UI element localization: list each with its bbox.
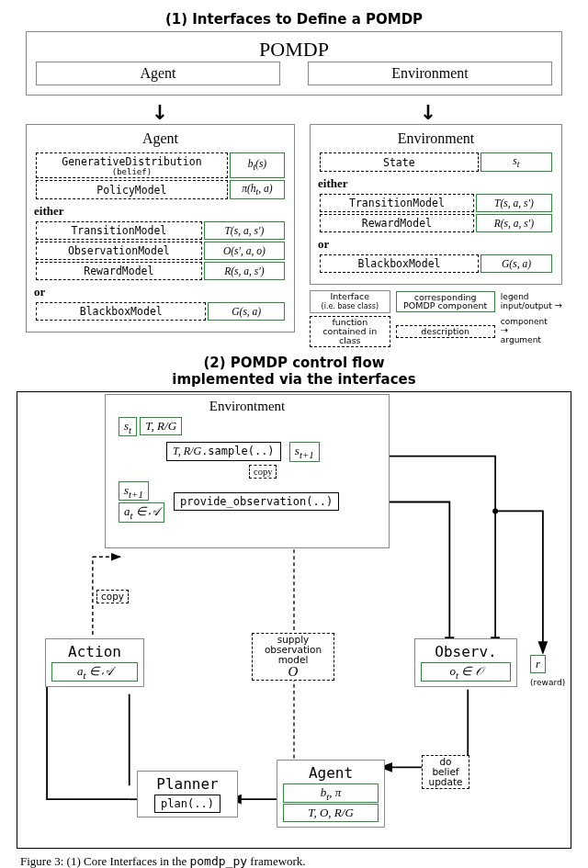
sec2-title2: implemented via the interfaces [7, 371, 581, 388]
dash-belief: do belief update [422, 755, 469, 789]
math-transition: T(s, a, s′) [204, 221, 285, 240]
flow-planner: Planner plan(..) [137, 771, 238, 817]
legend-description: description [396, 325, 495, 338]
env-ifbox: Environment [308, 62, 552, 85]
if-blackboxmodel: BlackboxModel [36, 302, 206, 321]
if-rewardmodel: RewardModel [36, 262, 202, 280]
if-observationmodel: ObservationModel [36, 242, 202, 260]
if-transitionmodel: TransitionModel [36, 221, 202, 240]
svg-point-3 [492, 508, 498, 513]
flow-observ: Observ. ot ∈ 𝒪 [414, 638, 517, 688]
arrow-down-icon [152, 101, 168, 124]
chip-stp1: st+1 [289, 442, 320, 462]
agent-panel-title: Agent [34, 130, 287, 147]
arrow-down-icon [420, 101, 436, 124]
chip-trg: T, R/G [140, 417, 182, 435]
if-rewardmodel-env: RewardModel [320, 214, 474, 232]
legend-component: corresponding POMDP component [396, 291, 495, 313]
call-provide-observation: provide_observation(..) [174, 492, 339, 511]
if-blackboxmodel-env: BlackboxModel [320, 254, 479, 273]
env-panel: Environment State st either TransitionMo… [310, 124, 562, 285]
figure-caption: Figure 3: (1) Core Interfaces in the pom… [20, 854, 568, 868]
if-policymodel: PolicyModel [36, 180, 228, 199]
kw-either: either [34, 204, 287, 219]
math-observation: O(s′, a, o) [204, 242, 285, 260]
flow-env: Environtment st T, R/G T, R/G.sample(..)… [105, 394, 390, 548]
if-generativedistribution: GenerativeDistribution (belief) [36, 152, 228, 178]
chip-stp1b: st+1 [119, 481, 149, 502]
flow-diagram: Environtment st T, R/G T, R/G.sample(..)… [17, 391, 571, 849]
legend-interface: Interface (i.e. base class) [310, 290, 390, 312]
chip-st: st [119, 417, 137, 437]
if-state: State [320, 152, 479, 172]
legend: Interface (i.e. base class) correspondin… [310, 290, 562, 346]
pomdp-title: POMDP [36, 38, 552, 62]
legend-function: function contained in class [310, 316, 390, 347]
math-belief: bt(s) [230, 152, 285, 178]
flow-reward: r (reward) [530, 654, 571, 688]
kw-or: or [34, 285, 287, 299]
chip-aInA: at ∈ 𝒜 [119, 502, 164, 523]
flow-agent: Agent bt, π T, O, R/G [277, 760, 385, 829]
agent-panel: Agent GenerativeDistribution (belief) bt… [26, 124, 295, 333]
dash-copy-outside: copy [96, 590, 129, 603]
if-transitionmodel-env: TransitionModel [320, 194, 474, 212]
call-sample: T, R/G.sample(..) [166, 442, 281, 461]
sec1-title: (1) Interfaces to Define a POMDP [7, 11, 581, 28]
math-reward: R(s, a, s′) [204, 262, 285, 280]
math-blackbox: G(s, a) [208, 302, 285, 321]
dash-copy: copy [249, 465, 277, 479]
sec2-title1: (2) POMDP control flow [7, 355, 581, 371]
math-policy: π(ht, a) [230, 180, 285, 199]
call-plan: plan(..) [154, 795, 220, 813]
agent-ifbox: Agent [36, 62, 280, 85]
math-state: st [481, 152, 552, 172]
arrows [26, 101, 562, 124]
env-panel-title: Environment [318, 130, 554, 147]
pomdp-outer: POMDP Agent Environment [26, 31, 562, 96]
flow-action: Action at ∈ 𝒜 [45, 638, 144, 688]
dash-supply: supply observation model O [252, 633, 334, 682]
